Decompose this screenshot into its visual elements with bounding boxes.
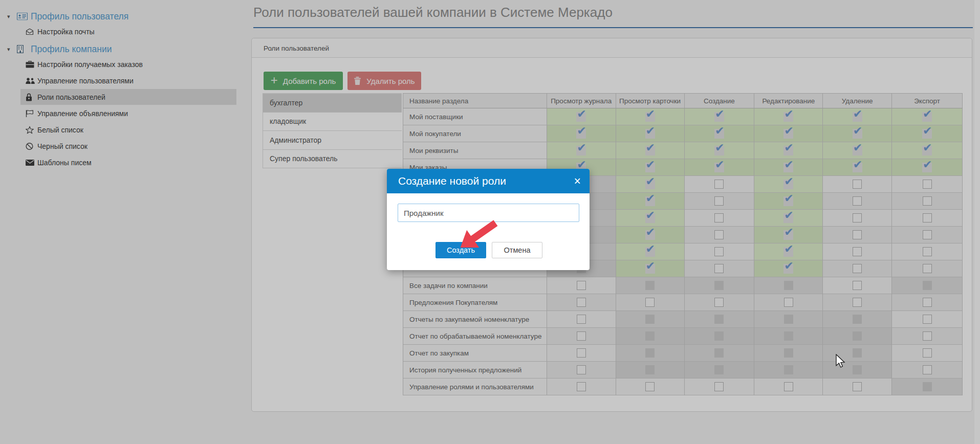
dialog-title: Создание новой роли — [398, 175, 506, 187]
app-window: ▾Профиль пользователяНастройка почты▾Про… — [0, 0, 980, 444]
close-icon[interactable]: × — [574, 175, 581, 187]
mouse-cursor-icon — [835, 354, 846, 371]
dialog-titlebar: Создание новой роли × — [387, 169, 590, 193]
red-annotation-arrow-icon — [452, 217, 504, 256]
